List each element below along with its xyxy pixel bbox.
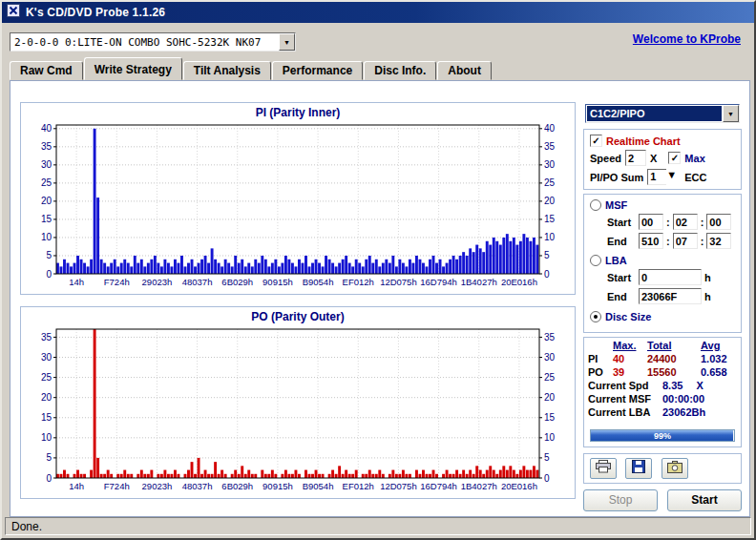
pi-row-label: PI [588, 353, 613, 364]
current-msf-value: 00:00:00 [662, 393, 704, 405]
svg-text:15: 15 [544, 214, 556, 224]
msf-end-sec[interactable] [673, 233, 698, 249]
svg-text:10: 10 [41, 432, 52, 443]
tab-raw-cmd[interactable]: Raw Cmd [10, 61, 83, 80]
svg-text:12D075h: 12D075h [380, 277, 417, 287]
pi-total: 24400 [647, 353, 701, 364]
sum-select-value: 1 [647, 169, 666, 185]
lba-start-input[interactable] [639, 269, 702, 285]
svg-text:48037h: 48037h [182, 277, 213, 287]
tab-about[interactable]: About [437, 61, 492, 80]
current-msf-row: Current MSF 00:00:00 [584, 391, 741, 405]
svg-text:25: 25 [544, 372, 556, 383]
svg-text:20: 20 [544, 392, 556, 403]
status-bar: Done. [5, 517, 751, 535]
svg-text:20E016h: 20E016h [501, 277, 537, 287]
svg-text:35: 35 [41, 332, 52, 343]
svg-text:EF012h: EF012h [343, 481, 374, 491]
ecc-label: ECC [684, 172, 706, 183]
msf-end-min[interactable] [639, 233, 663, 249]
svg-text:5: 5 [46, 452, 52, 463]
print-button[interactable] [590, 458, 617, 479]
welcome-link[interactable]: Welcome to KProbe [633, 32, 741, 46]
msf-separator: : [666, 217, 670, 228]
svg-text:15: 15 [544, 412, 556, 423]
po-max: 39 [613, 366, 647, 378]
pi-chart-title: PI (Parity Inner) [21, 103, 575, 120]
svg-text:15: 15 [41, 214, 52, 224]
msf-start-sec[interactable] [673, 214, 698, 230]
svg-text:0: 0 [46, 473, 52, 484]
msf-end-frame[interactable] [706, 233, 731, 249]
svg-text:35: 35 [544, 141, 556, 152]
save-icon [632, 460, 645, 477]
svg-text:14h: 14h [69, 277, 84, 287]
progress-bar: 99% [590, 429, 735, 442]
tools-group [583, 453, 742, 484]
svg-text:20: 20 [41, 392, 52, 403]
stats-col-total: Total [647, 340, 701, 351]
svg-text:EF012h: EF012h [343, 277, 374, 287]
svg-text:30: 30 [41, 352, 52, 363]
save-button[interactable] [625, 458, 652, 479]
svg-text:F724h: F724h [104, 277, 130, 287]
svg-text:B9054h: B9054h [303, 481, 334, 491]
svg-text:5: 5 [544, 250, 550, 260]
msf-radio[interactable] [590, 199, 601, 211]
tab-tilt-analysis[interactable]: Tilt Analysis [183, 61, 271, 80]
tab-performance[interactable]: Performance [272, 61, 363, 80]
lba-start-unit: h [704, 272, 711, 283]
stats-row-pi: PI 40 24400 1.032 [584, 351, 741, 364]
realtime-checkbox[interactable]: ✓ [590, 135, 602, 147]
stats-col-avg: Avg [701, 340, 735, 351]
tab-bar: Raw Cmd Write Strategy Tilt Analysis Per… [10, 57, 493, 80]
speed-input[interactable] [625, 150, 646, 166]
lba-end-label: End [607, 291, 636, 302]
svg-text:20E016h: 20E016h [501, 481, 537, 491]
svg-text:14h: 14h [69, 481, 84, 491]
chart-options-group: ✓ Realtime Chart Speed X ✓ Max PI/PO Sum… [583, 129, 742, 190]
msf-start-min[interactable] [639, 214, 663, 230]
lba-end-unit: h [704, 291, 711, 302]
snapshot-button[interactable] [662, 458, 688, 479]
pi-chart-box: PI (Parity Inner) 14hF724h29023h48037h6B… [20, 102, 576, 295]
po-chart: 14hF724h29023h48037h6B029h90915hB9054hEF… [26, 324, 570, 492]
svg-text:1B4027h: 1B4027h [461, 277, 497, 287]
svg-text:25: 25 [544, 177, 556, 188]
chevron-down-icon[interactable]: ▼ [723, 105, 739, 122]
msf-separator: : [701, 217, 704, 228]
svg-text:40: 40 [41, 123, 52, 134]
lba-radio[interactable] [590, 255, 601, 266]
chevron-down-icon[interactable]: ▼ [666, 169, 681, 185]
chevron-down-icon[interactable]: ▼ [279, 33, 295, 51]
msf-separator: : [701, 236, 704, 247]
drive-select[interactable]: 2-0-0-0 0:LITE-ON COMBO SOHC-5232K NK07 … [10, 32, 296, 52]
msf-label: MSF [605, 199, 627, 211]
tab-disc-info[interactable]: Disc Info. [364, 61, 436, 80]
tab-write-strategy[interactable]: Write Strategy [84, 57, 182, 80]
stop-button[interactable]: Stop [583, 489, 658, 511]
speed-unit: X [650, 153, 657, 164]
max-speed-checkbox[interactable]: ✓ [668, 152, 681, 164]
svg-text:5: 5 [544, 452, 550, 463]
svg-text:12D075h: 12D075h [380, 481, 417, 491]
current-lba-row: Current LBA 23062Bh [584, 405, 741, 418]
svg-text:40: 40 [544, 123, 556, 134]
po-total: 15560 [647, 366, 701, 378]
drive-select-value: 2-0-0-0 0:LITE-ON COMBO SOHC-5232K NK07 [10, 33, 279, 51]
start-button[interactable]: Start [667, 489, 742, 511]
current-speed-unit: X [696, 380, 703, 391]
pi-avg: 1.032 [701, 353, 735, 364]
mode-select-value: C1C2/PIPO [587, 106, 722, 121]
range-group: MSF Start : : End : : LBA [583, 194, 742, 333]
disc-size-radio[interactable] [590, 311, 601, 322]
svg-text:90915h: 90915h [262, 481, 293, 491]
svg-text:0: 0 [544, 473, 550, 484]
lba-end-input[interactable] [639, 288, 702, 304]
msf-end-label: End [607, 236, 636, 247]
stats-row-po: PO 39 15560 0.658 [584, 364, 741, 378]
msf-start-frame[interactable] [706, 214, 731, 230]
sum-select[interactable]: 1 ▼ [647, 169, 681, 185]
mode-select[interactable]: C1C2/PIPO ▼ [585, 104, 740, 123]
svg-text:29023h: 29023h [142, 277, 173, 287]
